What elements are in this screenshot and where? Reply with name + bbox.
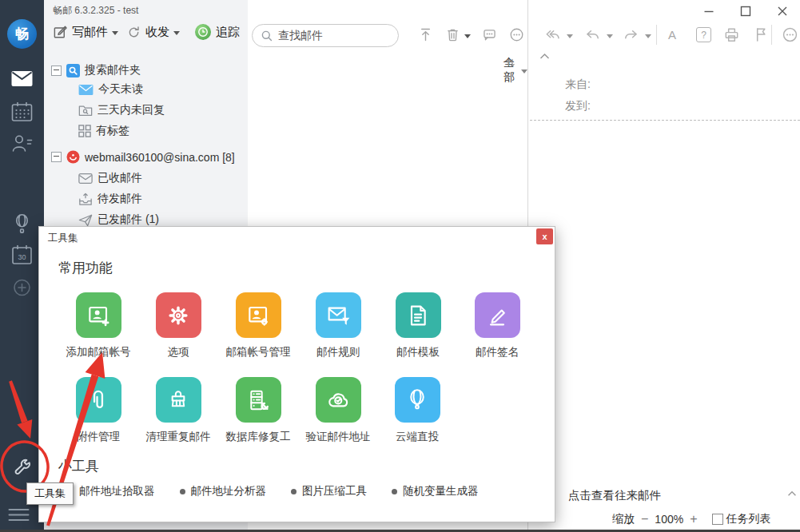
tool-attachment-manage[interactable]: 附件管理 [58,377,138,444]
folder-label: 今天未读 [98,82,143,97]
zoom-in-button[interactable]: + [690,512,697,526]
mail-filter-icon [325,303,351,328]
contacts-icon[interactable] [11,133,33,153]
search-folder-icon [66,64,80,77]
reply-all-caret-icon[interactable] [567,34,573,38]
folder-outbox[interactable]: 待发邮件 [78,192,142,206]
tool-mail-signature[interactable]: 邮件签名 [457,292,537,359]
folder-no-reply-3days[interactable]: 三天内未回复 [78,103,165,117]
tool-cloud-send[interactable]: 云端直投 [377,377,457,444]
reply-button[interactable] [583,26,602,44]
tools-wrench-icon[interactable] [11,457,34,479]
tool-database-repair[interactable]: 数据库修复工 [218,377,298,444]
folder-tagged[interactable]: 有标签 [78,124,129,138]
menu-hamburger-icon[interactable] [8,508,30,522]
dialog-close-button[interactable]: x [536,228,553,244]
folder-sent[interactable]: 已发邮件 (1) [78,212,159,227]
collapse-footer-button[interactable] [787,490,797,497]
tool-random-variable[interactable]: 随机变量生成器 [392,484,479,498]
forward-caret-icon[interactable] [645,34,651,38]
compose-caret-icon[interactable] [112,31,118,35]
tags-grid-icon [78,125,91,137]
zoom-label: 缩放 [612,512,635,526]
task-list-label[interactable]: 任务列表 [726,512,771,526]
conversation-hint[interactable]: 点击查看往来邮件 [568,488,661,503]
forward-button[interactable] [622,26,640,44]
delete-button[interactable] [444,26,461,43]
folder-today-unread[interactable]: 今天未读 [78,82,143,97]
comment-button[interactable] [481,26,498,43]
app-logo[interactable]: 畅 [7,19,37,49]
cloud-check-icon [325,387,351,413]
tool-account-manage[interactable]: 邮箱帐号管理 [218,292,298,359]
tool-mail-template[interactable]: 邮件模板 [378,292,458,359]
mail-icon[interactable] [11,70,33,87]
print-button[interactable] [722,26,741,44]
zoom-value: 100% [655,513,683,526]
sort-button[interactable] [503,56,517,69]
help-icon: ? [701,30,706,41]
bullet-icon [180,489,185,494]
account-node[interactable]: webmail360100@sina.com [8] [51,150,235,164]
gear-icon [165,303,191,328]
app-window: 畅 30 畅邮 6.3.2.325 - test 写邮件 [0,0,800,532]
small-tools-list: 邮件地址拾取器 邮件地址分析器 图片压缩工具 随机变量生成器 [68,484,503,498]
compose-button[interactable]: 写邮件 [53,25,118,40]
archive-button[interactable] [417,26,434,43]
calendar-icon[interactable] [11,101,33,122]
reply-caret-icon[interactable] [607,34,613,38]
more-button[interactable] [508,26,525,43]
filter-caret-icon [521,69,527,73]
search-input[interactable]: 查找邮件 [252,24,399,47]
signature-icon [484,303,510,328]
bullet-icon [291,489,297,494]
delete-caret-icon[interactable] [464,34,471,38]
account-manage-icon [245,303,271,328]
flag-button[interactable] [752,26,770,44]
folder-search-root[interactable]: 搜索邮件夹 [51,63,141,77]
status-bar: 缩放 − 100% + 任务列表 [612,512,771,526]
reply-all-button[interactable] [543,26,562,44]
chat-bubble-icon [481,26,498,43]
sent-plane-icon [78,213,93,227]
maximize-button[interactable] [737,3,754,19]
zoom-out-button[interactable]: − [641,512,648,526]
tool-address-picker[interactable]: 邮件地址拾取器 [68,484,155,498]
section-common-tools: 常用功能 [58,259,113,277]
minimize-icon [703,6,714,17]
close-button[interactable] [774,3,791,19]
track-button[interactable]: 追踪 [194,23,240,41]
calendar-30-icon[interactable]: 30 [11,244,33,265]
send-receive-button[interactable]: 收发 [126,25,180,40]
tool-mail-rules[interactable]: 邮件规则 [298,292,378,359]
folder-label: 搜索邮件夹 [85,63,141,77]
section-small-tools: 小工具 [58,457,99,475]
minimize-button[interactable] [700,3,718,19]
header-divider [530,120,800,121]
folder-label: 已发邮件 (1) [98,212,159,227]
printer-icon [722,26,741,44]
maximize-icon [740,6,751,17]
send-receive-label: 收发 [145,25,169,40]
balloon-rail-icon[interactable] [11,212,33,235]
search-icon [261,30,273,42]
folder-inbox[interactable]: 已收邮件 [78,171,142,185]
collapse-header-button[interactable] [539,53,550,60]
tool-add-account[interactable]: 添加邮箱帐号 [58,292,138,359]
toolbar-separator [656,25,657,45]
add-account-rail-icon[interactable] [11,277,33,298]
send-receive-caret-icon[interactable] [173,31,180,35]
task-list-checkbox[interactable] [712,514,723,525]
expand-toggle-icon[interactable] [51,66,62,76]
tool-address-analyzer[interactable]: 邮件地址分析器 [180,484,267,498]
tool-image-compressor[interactable]: 图片压缩工具 [291,484,367,498]
help-button[interactable]: ? [696,27,711,42]
tool-clean-duplicates[interactable]: 清理重复邮件 [138,377,218,444]
chevron-up-icon [787,490,797,497]
tool-options[interactable]: 选项 [138,292,218,359]
tool-verify-address[interactable]: 验证邮件地址 [298,377,378,444]
expand-toggle-icon[interactable] [51,152,62,162]
to-label: 发到: [565,99,591,113]
pane-more-button[interactable] [781,26,799,44]
forward-icon [622,26,640,44]
